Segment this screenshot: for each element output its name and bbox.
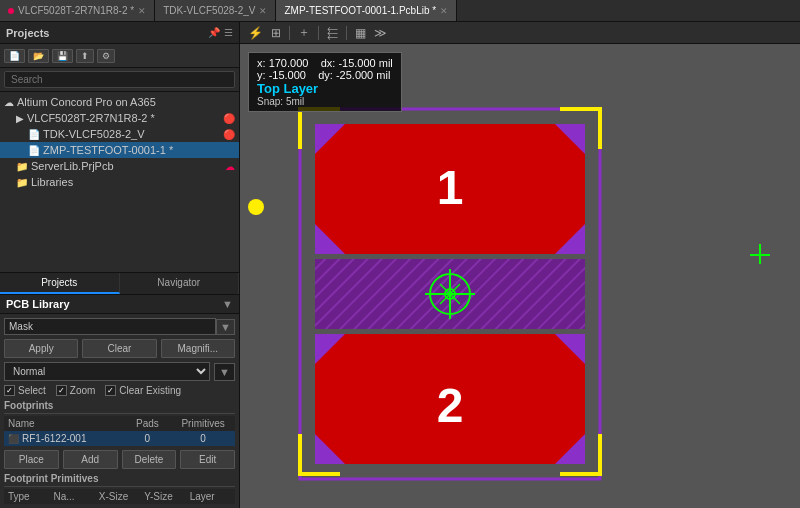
coord-y-val: -15.000 xyxy=(269,69,306,81)
mode-row: Normal ▼ xyxy=(4,362,235,381)
pcb-library-panel: PCB Library ▼ Mask ▼ Apply Clear Magnifi… xyxy=(0,294,239,508)
place-button[interactable]: Place xyxy=(4,450,59,469)
magnify-button[interactable]: Magnifi... xyxy=(161,339,235,358)
pcb-library-content: Mask ▼ Apply Clear Magnifi... Normal ▼ xyxy=(0,314,239,508)
tree-item-libraries[interactable]: 📁 Libraries xyxy=(0,174,239,190)
footprints-section-label: Footprints xyxy=(4,400,235,414)
zoom-checkbox[interactable]: Zoom xyxy=(56,385,96,396)
select-label: Select xyxy=(18,385,46,396)
tab-vlcf[interactable]: VLCF5028T-2R7N1R8-2 * ✕ xyxy=(0,0,155,21)
delete-button[interactable]: Delete xyxy=(122,450,177,469)
tree-item-zmp[interactable]: 📄 ZMP-TESTFOOT-0001-1 * xyxy=(0,142,239,158)
mode-select[interactable]: Normal xyxy=(4,362,210,381)
tab-close-zmp[interactable]: ✕ xyxy=(440,6,448,16)
coord-dx-val: -15.000 mil xyxy=(338,57,392,69)
file-icon-tdk: 📄 xyxy=(28,129,40,140)
primitives-table-header: Type Na... X-Size Y-Size Layer xyxy=(4,489,235,504)
tree-item-serverlib-label: ServerLib.PrjPcb xyxy=(31,160,114,172)
canvas-area: ⚡ ⊞ ＋ ⬱ ▦ ≫ x: 170.000 dx: -15.000 mil xyxy=(240,22,800,508)
canvas-toolbar: ⚡ ⊞ ＋ ⬱ ▦ ≫ xyxy=(240,22,800,44)
pin-icon[interactable]: 📌 xyxy=(208,27,220,38)
clear-button[interactable]: Clear xyxy=(82,339,156,358)
tab-close-vlcf[interactable]: ✕ xyxy=(138,6,146,16)
prim-xsize-header: X-Size xyxy=(99,491,140,502)
settings-button[interactable]: ⚙ xyxy=(97,49,115,63)
projects-toolbar: 📄 📂 💾 ⬆ ⚙ xyxy=(0,44,239,68)
tab-navigator[interactable]: Navigator xyxy=(120,273,240,294)
col-pads-header: Pads xyxy=(120,418,176,429)
tab-label-vlcf: VLCF5028T-2R7N1R8-2 * xyxy=(18,5,134,16)
mask-dropdown-arrow[interactable]: ▼ xyxy=(216,319,235,335)
tree-item-altium[interactable]: ☁ Altium Concord Pro on A365 xyxy=(0,94,239,110)
new-file-button[interactable]: 📄 xyxy=(4,49,25,63)
yellow-dot-indicator xyxy=(248,199,264,215)
toolbar-separator-3 xyxy=(346,26,347,40)
primitives-section: Footprint Primitives Type Na... X-Size Y… xyxy=(4,473,235,504)
coord-y-label: y: xyxy=(257,69,266,81)
pcb-library-header[interactable]: PCB Library ▼ xyxy=(0,295,239,314)
folder-icon-serverlib: 📁 xyxy=(16,161,28,172)
open-file-button[interactable]: 📂 xyxy=(28,49,49,63)
clear-existing-cb xyxy=(105,385,116,396)
tree-item-tdk-label: TDK-VLCF5028-2_V xyxy=(43,128,145,140)
route2-icon[interactable]: ⬱ xyxy=(325,25,340,41)
tree-item-tdk[interactable]: 📄 TDK-VLCF5028-2_V 🔴 xyxy=(0,126,239,142)
tree-item-altium-label: Altium Concord Pro on A365 xyxy=(17,96,156,108)
pcb-drawing: 1 xyxy=(295,104,605,484)
clear-existing-label: Clear Existing xyxy=(119,385,181,396)
zoom-label: Zoom xyxy=(70,385,96,396)
tree-item-serverlib[interactable]: 📁 ServerLib.PrjPcb ☁ xyxy=(0,158,239,174)
file-icon-zmp: 📄 xyxy=(28,145,40,156)
select-cb xyxy=(4,385,15,396)
cloud-icon: ☁ xyxy=(4,97,14,108)
mask-row: Mask ▼ xyxy=(4,318,235,335)
apply-button[interactable]: Apply xyxy=(4,339,78,358)
crosshair-vertical xyxy=(759,244,761,264)
pcb-library-title: PCB Library xyxy=(6,298,70,310)
tab-label-zmp: ZMP-TESTFOOT-0001-1.PcbLib * xyxy=(284,5,436,16)
release-button[interactable]: ⬆ xyxy=(76,49,94,63)
canvas-viewport[interactable]: x: 170.000 dx: -15.000 mil y: -15.000 dy… xyxy=(240,44,800,508)
tab-navigator-label: Navigator xyxy=(157,277,200,288)
footprint-name-0: ⬛ RF1-6122-001 xyxy=(8,433,120,444)
folder-icon-libraries: 📁 xyxy=(16,177,28,188)
search-input[interactable] xyxy=(4,71,235,88)
clear-existing-checkbox[interactable]: Clear Existing xyxy=(105,385,181,396)
barchart-icon[interactable]: ▦ xyxy=(353,25,368,41)
coord-x-label: x: xyxy=(257,57,266,69)
mode-dropdown-arrow[interactable]: ▼ xyxy=(214,363,235,381)
prim-layer-header: Layer xyxy=(190,491,231,502)
plus-icon[interactable]: ＋ xyxy=(296,23,312,42)
footprint-pads-0: 0 xyxy=(120,433,176,444)
projects-title: Projects xyxy=(6,27,49,39)
footprint-icon-0: ⬛ xyxy=(8,434,19,444)
footprint-row-0[interactable]: ⬛ RF1-6122-001 0 0 xyxy=(4,431,235,446)
apply-clear-row: Apply Clear Magnifi... xyxy=(4,339,235,358)
add-button[interactable]: Add xyxy=(63,450,118,469)
coord-snap: Snap: 5mil xyxy=(257,96,393,107)
tree-item-vlcf[interactable]: ▶ VLCF5028T-2R7N1R8-2 * 🔴 xyxy=(0,110,239,126)
route-icon[interactable]: ⊞ xyxy=(269,25,283,41)
tree-item-vlcf-label: VLCF5028T-2R7N1R8-2 * xyxy=(27,112,155,124)
prim-type-header: Type xyxy=(8,491,49,502)
menu-icon[interactable]: ☰ xyxy=(224,27,233,38)
select-checkbox[interactable]: Select xyxy=(4,385,46,396)
col-primitives-header: Primitives xyxy=(175,418,231,429)
tab-tdk[interactable]: TDK-VLCF5028-2_V ✕ xyxy=(155,0,276,21)
edit-button[interactable]: Edit xyxy=(180,450,235,469)
coord-dy-val: -25.000 mil xyxy=(336,69,390,81)
filter-icon[interactable]: ⚡ xyxy=(246,25,265,41)
tree-item-vlcf-badge: 🔴 xyxy=(223,113,235,124)
tree-item-zmp-label: ZMP-TESTFOOT-0001-1 * xyxy=(43,144,173,156)
svg-text:1: 1 xyxy=(437,161,464,214)
tab-close-tdk[interactable]: ✕ xyxy=(259,6,267,16)
primitives-section-label: Footprint Primitives xyxy=(4,473,235,487)
more-icon[interactable]: ≫ xyxy=(372,25,389,41)
mask-select[interactable]: Mask xyxy=(4,318,216,335)
project-tree: ☁ Altium Concord Pro on A365 ▶ VLCF5028T… xyxy=(0,92,239,272)
tab-projects[interactable]: Projects xyxy=(0,273,120,294)
coord-y-row: y: -15.000 dy: -25.000 mil xyxy=(257,69,393,81)
save-button[interactable]: 💾 xyxy=(52,49,73,63)
search-row xyxy=(0,68,239,92)
tab-zmp[interactable]: ZMP-TESTFOOT-0001-1.PcbLib * ✕ xyxy=(276,0,457,21)
